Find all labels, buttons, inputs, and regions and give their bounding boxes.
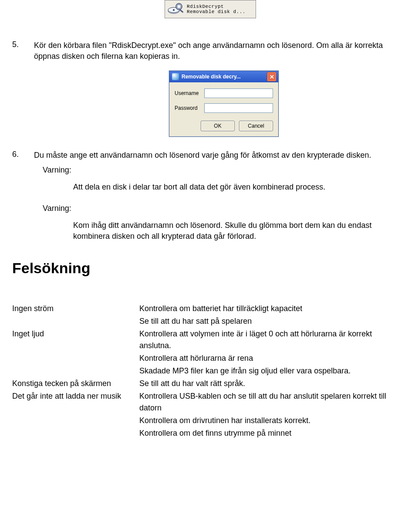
fix-cell: Kontrollera om drivrutinen har installer… [139, 415, 406, 427]
dialog-title: Removable disk decry... [182, 74, 241, 80]
table-row: Se till att du har satt på spelaren [12, 315, 406, 328]
fix-cell: Kontrollera att volymen inte är i läget … [139, 328, 406, 352]
dialog-titlebar: Removable disk decry... ✕ [169, 71, 278, 82]
issue-cell [12, 352, 139, 365]
issue-cell [12, 427, 139, 440]
table-row: Det går inte att ladda ner musik Kontrol… [12, 390, 406, 415]
table-row: Skadade MP3 filer kan ge ifrån sig oljud… [12, 365, 406, 378]
troubleshoot-table: Ingen ström Kontrollera om batteriet har… [12, 303, 406, 440]
fix-cell: Skadade MP3 filer kan ge ifrån sig oljud… [139, 365, 406, 378]
fix-cell: Kontrollera USB-kablen och se till att d… [139, 390, 406, 415]
dialog-screenshot: Removable disk decry... ✕ Username Passw… [169, 71, 406, 137]
list-item: 5. Kör den körbara filen "RdiskDecrypt.e… [12, 40, 406, 62]
table-row: Konstiga tecken på skärmen Se till att d… [12, 378, 406, 390]
issue-cell: Det går inte att ladda ner musik [12, 390, 139, 415]
issue-cell: Konstiga tecken på skärmen [12, 378, 139, 390]
taskbar-item-title: RdiskDecrypt [187, 4, 246, 9]
password-input[interactable] [204, 103, 273, 113]
issue-cell [12, 415, 139, 427]
disk-magnify-icon [166, 1, 185, 17]
step-text: Du måste ange ett användarnamn och lösen… [34, 150, 406, 161]
svg-point-4 [177, 5, 181, 9]
fix-cell: Kontrollera om batteriet har tillräcklig… [139, 303, 406, 315]
fix-cell: Se till att du har satt på spelaren [139, 315, 406, 328]
warning-block: Varning: Att dela en disk i delar tar bo… [43, 165, 406, 242]
fix-cell: Se till att du har valt rätt språk. [139, 378, 406, 390]
list-item: 6. Du måste ange ett användarnamn och lö… [12, 150, 406, 161]
app-icon [172, 73, 179, 80]
ok-button[interactable]: OK [201, 121, 235, 131]
taskbar-item-rdiskdecrypt[interactable]: RdiskDecrypt Removable disk d... [165, 0, 256, 18]
step-number: 6. [12, 150, 25, 161]
svg-rect-5 [179, 9, 184, 13]
login-dialog: Removable disk decry... ✕ Username Passw… [169, 71, 279, 137]
warning-text: Att dela en disk i delar tar bort all da… [73, 182, 406, 193]
fix-cell: Kontrollera att hörlurarna är rena [139, 352, 406, 365]
warning-text: Kom ihåg ditt användarnamn och lösenord.… [73, 220, 406, 242]
table-row: Kontrollera att hörlurarna är rena [12, 352, 406, 365]
table-row: Kontrollera om drivrutinen har installer… [12, 415, 406, 427]
warning-label: Varning: [43, 165, 406, 176]
password-label: Password [175, 105, 201, 111]
table-row: Inget ljud Kontrollera att volymen inte … [12, 328, 406, 352]
taskbar-item-subtitle: Removable disk d... [187, 9, 246, 14]
issue-cell: Ingen ström [12, 303, 139, 315]
warning-label: Varning: [43, 203, 406, 214]
close-icon[interactable]: ✕ [267, 72, 276, 81]
svg-point-2 [173, 9, 175, 11]
issue-cell [12, 315, 139, 328]
issue-cell: Inget ljud [12, 328, 139, 352]
table-row: Ingen ström Kontrollera om batteriet har… [12, 303, 406, 315]
step-number: 5. [12, 40, 25, 62]
table-row: Kontrollera om det finns utrymme på minn… [12, 427, 406, 440]
issue-cell [12, 365, 139, 378]
section-heading: Felsökning [12, 260, 406, 277]
document-page: RdiskDecrypt Removable disk d... 5. Kör … [0, 0, 418, 457]
step-text: Kör den körbara filen "RdiskDecrypt.exe"… [34, 40, 406, 62]
username-label: Username [175, 90, 201, 96]
username-input[interactable] [204, 88, 273, 98]
cancel-button[interactable]: Cancel [239, 121, 273, 131]
dialog-body: Username Password OK Cancel [169, 82, 278, 136]
fix-cell: Kontrollera om det finns utrymme på minn… [139, 427, 406, 440]
